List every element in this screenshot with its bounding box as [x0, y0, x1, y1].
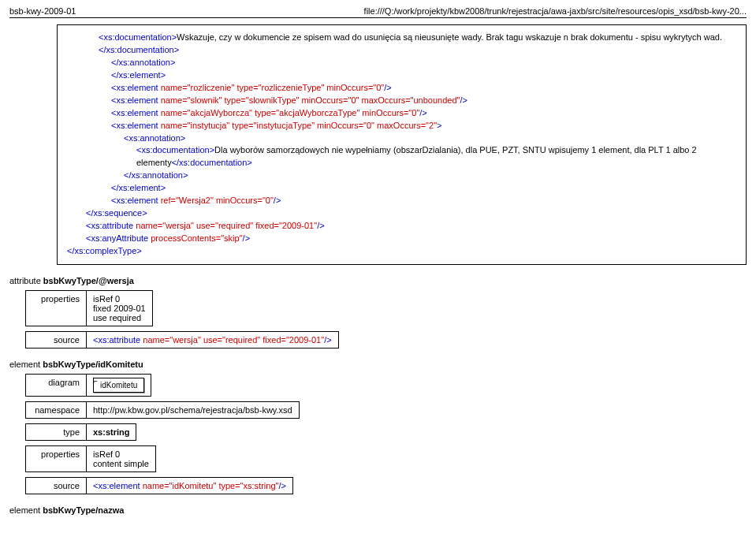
row-value: ⌐ idKomitetu — [87, 374, 151, 396]
xml-line: <xs:documentation>Wskazuje, czy w dokume… — [67, 32, 736, 57]
xml-source-block: <xs:documentation>Wskazuje, czy w dokume… — [57, 24, 747, 265]
xml-line: <xs:attribute name="wersja" use="require… — [67, 220, 736, 233]
xml-line: </xs:element> — [67, 69, 736, 82]
doc-path-right: file:///Q:/work/projekty/kbw2008/trunk/r… — [364, 6, 747, 16]
doc-title-left: bsb-kwy-2009-01 — [9, 6, 76, 16]
row-label: diagram — [26, 374, 87, 396]
corner-marker: ⌐ — [94, 378, 98, 385]
element-type-table: type xs:string — [25, 423, 136, 441]
xml-line: <xs:annotation> — [67, 132, 736, 145]
xml-line: </xs:annotation> — [67, 170, 736, 182]
row-value: xs:string — [87, 423, 136, 440]
row-value: <xs:element name="idKomitetu" type="xs:s… — [87, 477, 293, 494]
element-properties-table: properties isRef 0 content simple — [25, 445, 156, 472]
xml-line: </xs:complexType> — [67, 245, 736, 258]
attribute-properties-table: properties isRef 0 fixed 2009-01 use req… — [25, 290, 153, 326]
xml-line: </xs:element> — [67, 182, 736, 195]
xml-line: <xs:documentation>Dla wyborów samorządow… — [67, 144, 736, 170]
element-diagram-table: diagram ⌐ idKomitetu — [25, 374, 151, 397]
row-label: properties — [26, 445, 87, 472]
row-label: properties — [26, 290, 87, 326]
section-title-attribute: attribute bsbKwyType/@wersja — [9, 276, 747, 285]
xml-line: <xs:element name="akcjaWyborcza" type="a… — [67, 107, 736, 120]
row-value: http://pw.kbw.gov.pl/schema/rejestracja/… — [87, 401, 300, 418]
xml-line: <xs:element ref="Wersja2" minOccurs="0"/… — [67, 195, 736, 207]
xml-line: </xs:sequence> — [67, 207, 736, 220]
row-label: type — [26, 423, 87, 440]
row-label: source — [26, 477, 87, 494]
xml-line: </xs:annotation> — [67, 57, 736, 69]
attribute-source-table: source <xs:attribute name="wersja" use="… — [25, 331, 339, 348]
xml-line: <xs:element name="rozliczenie" type="roz… — [67, 82, 736, 95]
section-title-element-idkomitetu: element bsbKwyType/idKomitetu — [9, 360, 747, 369]
row-value: isRef 0 content simple — [87, 445, 156, 472]
xml-line: <xs:anyAttribute processContents="skip"/… — [67, 233, 736, 245]
section-title-element-nazwa: element bsbKwyType/nazwa — [9, 505, 747, 515]
diagram-node-box: ⌐ idKomitetu — [93, 378, 144, 393]
row-value: <xs:attribute name="wersja" use="require… — [87, 331, 339, 348]
element-source-table: source <xs:element name="idKomitetu" typ… — [25, 477, 293, 494]
xml-line: <xs:element name="slownik" type="slownik… — [67, 95, 736, 107]
row-label: source — [26, 331, 87, 348]
row-label: namespace — [26, 401, 87, 418]
page-header: bsb-kwy-2009-01 file:///Q:/work/projekty… — [9, 6, 747, 18]
xml-line: <xs:element name="instytucja" type="inst… — [67, 120, 736, 132]
row-value: isRef 0 fixed 2009-01 use required — [87, 290, 153, 326]
element-namespace-table: namespace http://pw.kbw.gov.pl/schema/re… — [25, 401, 300, 419]
